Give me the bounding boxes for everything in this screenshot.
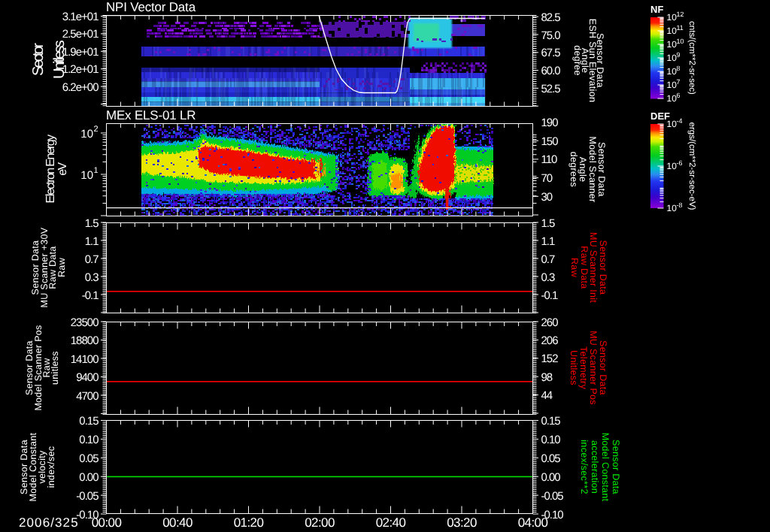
svg-text:150: 150 [541,135,559,148]
svg-text:10: 10 [667,12,678,23]
svg-text:23500: 23500 [71,316,99,329]
svg-text:98: 98 [541,371,553,384]
svg-text:14100: 14100 [71,353,99,366]
svg-text:MU Scanner Pos: MU Scanner Pos [588,331,599,405]
svg-text:9400: 9400 [76,371,99,384]
svg-text:18800: 18800 [71,334,99,347]
svg-text:1.2e+01: 1.2e+01 [62,63,99,76]
svg-text:7: 7 [677,78,681,86]
svg-text:8: 8 [677,65,681,72]
svg-text:10: 10 [667,39,678,50]
svg-text:MEx ELS-01 LR: MEx ELS-01 LR [106,108,196,122]
svg-text:NF: NF [650,4,663,15]
svg-text:-0.05: -0.05 [541,490,564,503]
svg-text:Sector: Sector [30,43,47,76]
svg-text:60.0: 60.0 [541,65,561,77]
svg-text:02:40: 02:40 [376,515,406,530]
svg-text:degree: degree [572,45,583,76]
svg-text:Model Constant: Model Constant [600,433,611,502]
svg-text:1.9e+01: 1.9e+01 [62,46,99,59]
svg-text:10: 10 [667,26,678,36]
svg-text:70: 70 [541,172,553,185]
svg-text:incex/sec**2: incex/sec**2 [579,440,590,494]
svg-text:-0.1: -0.1 [541,289,559,302]
svg-text:0.00: 0.00 [541,471,561,484]
svg-text:-0.1: -0.1 [82,289,99,302]
svg-text:03:20: 03:20 [447,515,477,530]
svg-text:Sensor Data: Sensor Data [611,440,621,494]
svg-text:75.0: 75.0 [541,29,561,42]
svg-text:-4: -4 [677,117,683,125]
svg-text:10: 10 [667,119,678,129]
svg-text:0.00: 0.00 [79,471,99,484]
svg-text:2006/325: 2006/325 [19,515,79,530]
svg-text:0.7: 0.7 [85,253,99,266]
svg-text:1.1: 1.1 [85,235,99,248]
svg-text:6.2e+00: 6.2e+00 [62,81,99,94]
svg-text:-8: -8 [677,201,683,209]
svg-text:Electron Energy: Electron Energy [44,135,57,203]
svg-text:2.5e+01: 2.5e+01 [62,28,99,41]
svg-text:1.5: 1.5 [541,217,556,230]
svg-text:12: 12 [677,11,684,18]
svg-text:6: 6 [677,92,681,99]
svg-text:10: 10 [667,93,678,104]
svg-text:00:00: 00:00 [92,515,122,530]
svg-text:44: 44 [541,389,553,402]
svg-text:110: 110 [541,153,558,166]
svg-text:1.1: 1.1 [541,235,556,248]
svg-text:01:20: 01:20 [234,515,264,530]
svg-text:10: 10 [667,66,678,77]
svg-text:9: 9 [677,51,681,59]
svg-text:0.10: 0.10 [541,434,561,446]
svg-text:Raw: Raw [569,258,580,278]
svg-text:00:40: 00:40 [162,515,192,530]
svg-text:30: 30 [541,191,553,204]
svg-text:acceleration: acceleration [590,440,600,494]
svg-text:152: 152 [541,352,559,365]
svg-text:eV: eV [56,162,69,175]
svg-text:11: 11 [677,24,684,32]
svg-text:degrees: degrees [568,152,579,187]
svg-text:0.7: 0.7 [541,253,556,266]
svg-text:82.5: 82.5 [541,11,561,24]
svg-text:0.15: 0.15 [79,415,99,428]
svg-text:10: 10 [667,161,678,171]
svg-text:cnts/(cm**2-sr-sec): cnts/(cm**2-sr-sec) [687,21,696,95]
svg-text:0.15: 0.15 [541,415,561,428]
svg-text:ergs/(cm**2-sr-sec-eV): ergs/(cm**2-sr-sec-eV) [687,122,696,210]
svg-text:10: 10 [667,203,678,213]
svg-text:10: 10 [667,53,678,63]
svg-text:02:00: 02:00 [305,515,335,530]
svg-text:0.05: 0.05 [541,452,561,465]
svg-text:NPI Vector Data: NPI Vector Data [106,0,196,14]
svg-text:0.3: 0.3 [541,271,556,284]
svg-text:index/sec: index/sec [46,446,56,488]
svg-text:Telemetry: Telemetry [578,346,589,389]
svg-text:-0.05: -0.05 [76,490,99,503]
svg-text:206: 206 [541,334,559,347]
svg-text:1: 1 [94,166,99,175]
svg-text:1.5: 1.5 [85,217,99,230]
svg-text:67.5: 67.5 [541,47,561,59]
svg-text:52.5: 52.5 [541,83,561,95]
svg-text:10: 10 [667,80,678,90]
svg-text:Sensor Data: Sensor Data [598,340,608,395]
svg-text:10: 10 [677,38,684,45]
svg-text:0.05: 0.05 [79,452,99,465]
svg-text:-6: -6 [677,159,683,167]
svg-text:10: 10 [80,169,93,182]
svg-text:0.3: 0.3 [85,271,99,284]
svg-text:unitless: unitless [50,351,60,385]
svg-text:04:00: 04:00 [518,515,548,530]
svg-text:2: 2 [94,125,99,134]
svg-text:0.10: 0.10 [79,434,99,446]
svg-text:Raw: Raw [56,257,67,277]
svg-text:190: 190 [541,116,559,129]
svg-text:3.1e+01: 3.1e+01 [62,11,99,23]
svg-text:4700: 4700 [76,390,99,403]
svg-text:260: 260 [541,316,559,329]
svg-text:Unitless: Unitless [568,350,579,385]
svg-text:10: 10 [80,128,93,141]
svg-text:Unitless: Unitless [51,40,68,79]
